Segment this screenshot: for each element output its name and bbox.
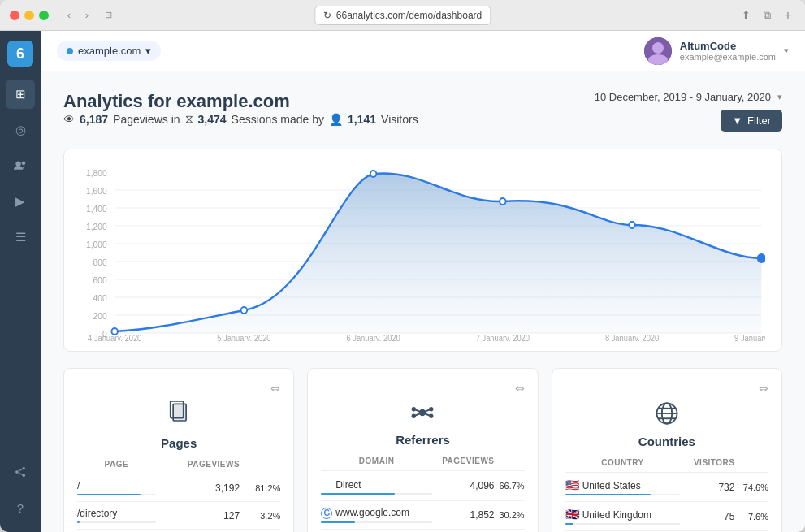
domain-name: Direct [321,471,432,501]
toolbar-right: ⬆ ⧉ + [738,8,795,23]
filter-button[interactable]: ▼ Filter [721,110,782,132]
filter-icon: ▼ [732,115,742,127]
sidebar-item-list[interactable]: ☰ [6,223,35,252]
date-range[interactable]: 10 December, 2019 - 9 January, 2020 ▾ [595,91,782,103]
table-row: 🇺🇸United States 732 74.6% [565,473,768,502]
sidebar-item-users[interactable] [6,151,35,180]
referrers-col-pageviews: PAGEVIEWS [432,453,495,471]
domain-pageviews: 59 [432,529,495,532]
minimize-button[interactable] [24,11,34,20]
svg-text:1,200: 1,200 [86,222,107,231]
topnav-right: AltumCode example@example.com ▾ [644,37,789,65]
countries-card: ⇔ Countries COUNTRY [552,368,782,532]
svg-point-2 [22,467,25,470]
close-button[interactable] [10,11,19,20]
pages-icon-wrap: Pages [77,401,280,450]
stats-row: 👁 6,187 Pageviews in ⧖ 3,474 Sessions ma… [63,112,418,126]
domain-pct: 1% [495,529,525,532]
svg-text:9 January, 2020: 9 January, 2020 [734,334,765,341]
svg-point-32 [500,198,505,205]
reload-icon: ↻ [323,10,331,21]
svg-text:7 January, 2020: 7 January, 2020 [476,334,530,341]
maximize-button[interactable] [39,11,49,20]
tab-overview-button[interactable]: ⊡ [101,8,115,23]
table-row: 🇬🇧United Kingdom 75 7.6% [565,502,768,531]
domain-name: Gwww.google.com [321,501,432,530]
table-row: / 3,192 81.2% [77,474,280,502]
svg-point-34 [758,254,765,262]
pages-col-page: PAGE [77,456,156,474]
back-button[interactable]: ‹ [62,8,76,23]
svg-point-0 [15,161,20,166]
svg-text:1,600: 1,600 [86,186,107,196]
svg-point-4 [22,474,25,477]
svg-line-6 [18,469,22,472]
referrers-card-header: ⇔ [321,382,524,395]
cards-row: ⇔ Pages PAGE PAGEVI [63,368,782,532]
country-pct: 7.6% [734,502,768,531]
svg-text:1,800: 1,800 [86,168,107,178]
domain-name: Gwww.google.co.uk [321,529,432,532]
user-menu-chevron-icon[interactable]: ▾ [784,45,789,56]
svg-point-47 [420,410,425,415]
forward-button[interactable]: › [80,8,94,23]
header-left: Analytics for example.com 👁 6,187 Pagevi… [63,91,418,139]
page-name: /dashboard [77,530,156,533]
svg-text:1,000: 1,000 [86,240,107,249]
svg-text:6 January, 2020: 6 January, 2020 [346,334,400,341]
share-toolbar-button[interactable]: ⬆ [738,8,753,23]
flag-icon: 🇬🇧 [565,508,579,521]
pages-icon [167,401,191,433]
sidebar-logo: 6 [7,41,33,67]
table-row: Gwww.google.com 1,852 30.2% [321,501,524,530]
pages-expand-icon[interactable]: ⇔ [270,382,280,395]
visitors-label: Visitors [381,113,418,126]
date-range-text: 10 December, 2019 - 9 January, 2020 [595,91,771,103]
svg-point-49 [412,414,416,418]
page-pct: 81.2% [240,474,280,502]
sessions-label: Sessions made by [232,113,324,126]
pages-col-pct [240,456,280,474]
referrers-card: ⇔ Referrers DOMAIN [307,368,538,532]
svg-text:200: 200 [93,311,107,321]
svg-text:5 January, 2020: 5 January, 2020 [217,334,270,341]
url-text: 66analytics.com/demo/dashboard [336,10,482,21]
svg-rect-42 [173,404,186,421]
topnav: example.com ▾ AltumCode example@example.… [41,31,805,71]
new-tab-button[interactable]: + [781,8,795,23]
sidebar-item-help[interactable]: ? [6,493,35,522]
svg-text:1,400: 1,400 [86,204,107,214]
user-avatar [644,37,672,65]
svg-point-30 [241,307,247,314]
table-row: Direct 4,096 66.7% [321,471,524,501]
svg-line-5 [18,473,22,475]
pages-table: PAGE PAGEVIEWS / 3,192 81.2% /directory … [77,456,280,532]
sidebar-item-share[interactable] [6,457,35,487]
nav-arrows: ‹ › [62,8,94,23]
countries-table: COUNTRY VISITORS 🇺🇸United States 732 74.… [565,455,768,532]
sessions-icon: ⧖ [185,112,193,126]
filter-label: Filter [747,115,771,127]
referrers-table: DOMAIN PAGEVIEWS Direct 4,096 66.7% Gwww… [321,453,524,532]
countries-card-header: ⇔ [565,382,768,395]
sidebar-item-video[interactable]: ▶ [6,187,35,216]
sidebar-item-target[interactable]: ◎ [6,115,35,145]
sidebar-item-dashboard[interactable]: ⊞ [6,80,35,109]
user-info: AltumCode example@example.com [680,40,776,62]
date-chevron-icon: ▾ [777,92,782,102]
site-selector[interactable]: example.com ▾ [57,41,161,61]
app-window: ‹ › ⊡ ↻ 66analytics.com/demo/dashboard ⬆… [0,0,805,532]
countries-expand-icon[interactable]: ⇔ [759,382,768,395]
svg-point-33 [629,222,634,228]
pages-card-title: Pages [161,436,197,450]
url-bar[interactable]: ↻ 66analytics.com/demo/dashboard [314,6,491,25]
page-pct: 3.2% [240,502,280,530]
country-name: 🇬🇧United Kingdom [565,502,681,531]
referrers-expand-icon[interactable]: ⇔ [515,382,525,395]
domain-pct: 66.7% [495,471,525,501]
country-visitors: 732 [680,473,734,502]
referrers-col-pct [495,453,525,471]
referrers-col-domain: DOMAIN [321,453,432,471]
visitors-icon: 👤 [329,113,343,126]
sidebar-toggle-button[interactable]: ⧉ [760,8,774,23]
